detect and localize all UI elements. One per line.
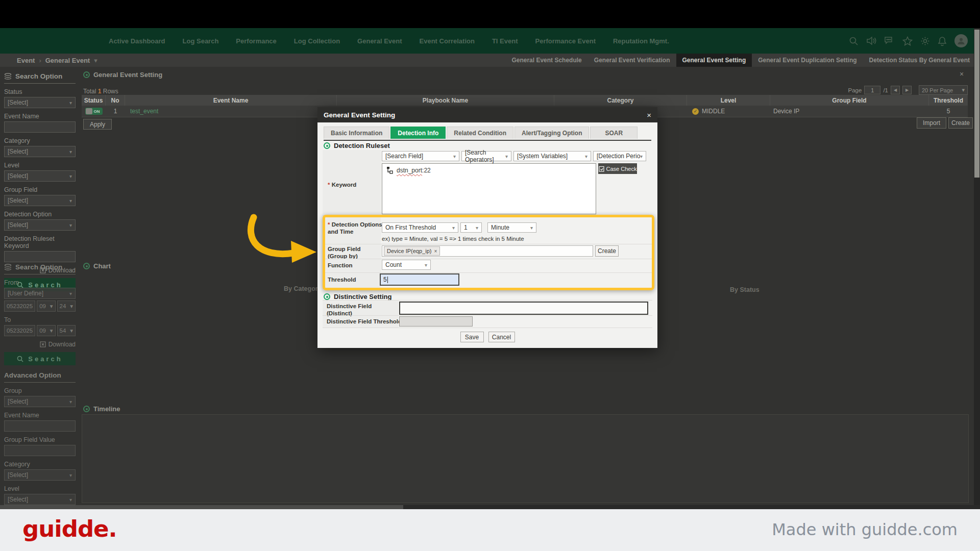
dialog-tabs: Basic Information Detection Info Related… [324, 127, 651, 141]
tab-related-condition[interactable]: Related Condition [447, 127, 513, 139]
nav-item-performance-event[interactable]: Performance Event [535, 37, 596, 45]
chevron-down-icon: ▾ [505, 154, 508, 159]
level-select[interactable]: [Select]▾ [4, 494, 76, 505]
to-label: To [4, 316, 76, 323]
star-icon[interactable] [902, 36, 913, 46]
level-middle-icon: ✓ [692, 108, 699, 115]
horizontal-scrollbar-thumb[interactable] [0, 505, 403, 509]
status-select[interactable]: [Select]▾ [4, 97, 76, 108]
search-option-title: Search Option [4, 72, 76, 84]
detection-period-select[interactable]: [Detection Period…▾ [593, 151, 646, 161]
save-button[interactable]: Save [460, 332, 484, 342]
nav-item-log-search[interactable]: Log Search [183, 37, 219, 45]
guidde-footer: guidde. Made with guidde.com [0, 509, 980, 551]
to-hour-select[interactable]: 09▾ [37, 325, 55, 336]
to-date-input[interactable]: 05232025 [4, 325, 35, 336]
group-field-select[interactable]: [Select]▾ [4, 195, 76, 206]
gear-icon[interactable] [920, 36, 930, 46]
create-button[interactable]: Create [948, 117, 973, 129]
nav-item-active-dashboard[interactable]: Active Dashboard [109, 37, 165, 45]
chevron-down-icon: ▾ [69, 198, 72, 204]
speaker-icon[interactable] [866, 36, 876, 45]
nav-item-event-correlation[interactable]: Event Correlation [420, 37, 475, 45]
cancel-button[interactable]: Cancel [488, 332, 515, 342]
category-select[interactable]: [Select]▾ [4, 469, 76, 481]
tab-detection-status-by-general-event[interactable]: Detection Status By General Event [863, 54, 976, 67]
page-next-button[interactable]: ▶ [902, 86, 912, 94]
per-page-select[interactable]: 20 Per Page▾ [919, 85, 968, 95]
page-label: Page [848, 87, 862, 93]
chevron-down-icon: ▾ [69, 173, 72, 179]
total-count: 1 [98, 88, 102, 95]
nav-item-general-event[interactable]: General Event [357, 37, 402, 45]
row-threshold-cell: 5 [929, 106, 968, 117]
from-minute-select[interactable]: 24▾ [57, 300, 76, 312]
tab-general-event-verification[interactable]: General Event Verification [588, 54, 676, 67]
timeline-panel [82, 414, 969, 503]
col-threshold: Threshold [929, 95, 968, 106]
search-option-panel-advanced: Search Option From [User Define]▾ 052320… [4, 263, 76, 530]
download-option[interactable]: Download [4, 341, 76, 348]
status-toggle-on[interactable]: ON [85, 108, 103, 115]
close-icon[interactable]: × [960, 70, 964, 78]
group-field-value-input[interactable] [4, 445, 76, 456]
dialog-titlebar[interactable]: General Event Setting × [317, 107, 657, 122]
vertical-scrollbar-thumb[interactable] [974, 30, 979, 178]
nav-item-log-collection[interactable]: Log Collection [294, 37, 340, 45]
user-avatar[interactable] [954, 34, 968, 47]
from-range-select[interactable]: [User Define]▾ [4, 288, 76, 299]
page-number-input[interactable]: 1 [864, 86, 880, 94]
group-select[interactable]: [Select]▾ [4, 396, 76, 407]
event-name-input[interactable] [4, 420, 76, 432]
event-name-link[interactable]: test_event [125, 106, 337, 117]
tutorial-highlight-box [323, 215, 654, 290]
system-variables-select[interactable]: [System Variables]▾ [513, 151, 591, 161]
search-option-panel: Search Option Status [Select]▾ Event Nam… [4, 72, 76, 291]
search-button[interactable]: Search [4, 352, 76, 365]
tab-general-event-duplication-setting[interactable]: General Event Duplication Setting [752, 54, 863, 67]
page-prev-button[interactable]: ◀ [891, 86, 900, 94]
breadcrumb-event[interactable]: Event [17, 57, 35, 64]
level-select[interactable]: [Select]▾ [4, 170, 76, 182]
detection-option-select[interactable]: [Select]▾ [4, 219, 76, 231]
to-minute-select[interactable]: 54▾ [57, 325, 76, 336]
tab-alert-tagging-option[interactable]: Alert/Tagging Option [514, 127, 589, 139]
tab-general-event-setting[interactable]: General Event Setting [676, 54, 752, 67]
tab-soar[interactable]: SOAR [590, 127, 638, 139]
from-date-input[interactable]: 05232025 [4, 300, 35, 312]
bell-icon[interactable] [938, 36, 947, 46]
section-bullet-icon [324, 293, 330, 300]
search-field-select[interactable]: [Search Field]▾ [382, 151, 459, 161]
event-name-input[interactable] [4, 121, 76, 133]
subbar: Event › General Event ▾ General Event Sc… [0, 54, 980, 67]
category-select[interactable]: [Select]▾ [4, 146, 76, 157]
tab-general-event-schedule[interactable]: General Event Schedule [505, 54, 587, 67]
tab-detection-info[interactable]: Detection Info [390, 127, 446, 139]
case-check-button[interactable]: Case Check [598, 163, 637, 174]
nav-item-reputation-mgmt[interactable]: Reputation Mgmt. [613, 37, 669, 45]
keyword-value: dstn_port:22 [397, 167, 431, 174]
close-icon[interactable]: × [647, 111, 651, 119]
row-status-cell: ON [82, 106, 106, 117]
nav-item-performance[interactable]: Performance [236, 37, 276, 45]
search-icon[interactable] [849, 36, 859, 46]
row-no-cell: 1 [106, 106, 125, 117]
chevron-down-icon: ▾ [50, 303, 53, 310]
chat-icon[interactable] [884, 36, 895, 45]
chevron-down-icon: ▾ [69, 222, 72, 228]
row-group-field-cell: Device IP [770, 106, 929, 117]
breadcrumb-general-event[interactable]: General Event [45, 57, 90, 64]
from-hour-select[interactable]: 09▾ [37, 300, 55, 312]
import-button[interactable]: Import [917, 117, 946, 129]
detection-ruleset-keyword-input[interactable] [4, 251, 76, 262]
tab-basic-information[interactable]: Basic Information [324, 127, 389, 139]
distinctive-setting-title: Distinctive Setting [324, 293, 391, 300]
chevron-down-icon[interactable]: ▾ [94, 57, 97, 64]
distinctive-field-threshold-input[interactable] [399, 316, 473, 327]
search-operators-select[interactable]: [Search Operators]▾ [461, 151, 511, 161]
keyword-textarea[interactable]: dstn_port:22 [382, 163, 596, 214]
distinctive-field-input[interactable] [399, 302, 648, 315]
apply-button[interactable]: Apply [83, 119, 112, 130]
section-bullet-icon [83, 71, 90, 78]
nav-item-ti-event[interactable]: TI Event [492, 37, 518, 45]
